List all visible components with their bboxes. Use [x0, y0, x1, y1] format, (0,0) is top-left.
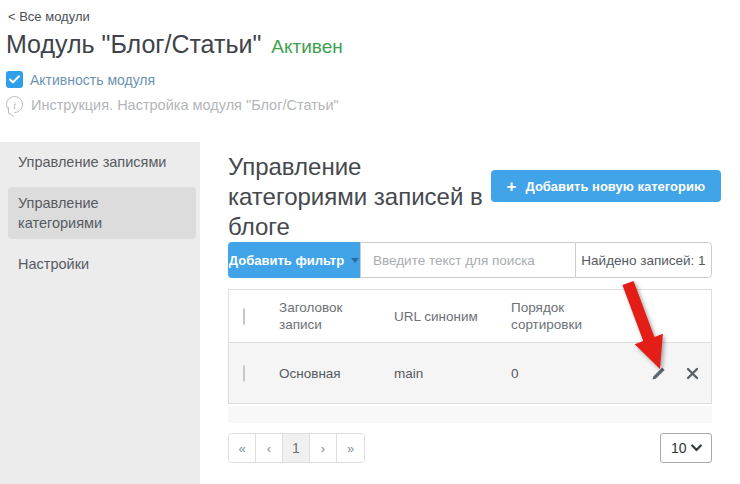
add-filter-label: Добавить фильтр — [229, 253, 344, 268]
add-category-button[interactable]: + Добавить новую категорию — [491, 170, 721, 202]
column-header-sort: Порядок сортировки — [511, 299, 631, 333]
edit-row-button[interactable] — [651, 365, 667, 381]
plus-icon: + — [507, 178, 517, 195]
delete-x-icon — [686, 367, 699, 380]
column-header-title: Заголовок записи — [279, 299, 394, 333]
pagination-prev-button[interactable]: ‹ — [256, 434, 283, 462]
table-header-row: Заголовок записи URL синоним Порядок сор… — [229, 290, 711, 342]
page-size-value: 10 — [671, 440, 687, 456]
pagination-first-button[interactable]: « — [229, 434, 256, 462]
add-filter-button[interactable]: Добавить фильтр — [228, 242, 360, 278]
module-active-label: Активность модуля — [30, 72, 155, 88]
instruction-text: Инструкция. Настройка модуля "Блог/Стать… — [31, 97, 339, 113]
row-title: Основная — [279, 366, 394, 381]
table-footer-strip — [228, 406, 712, 423]
categories-table: Заголовок записи URL синоним Порядок сор… — [228, 289, 712, 404]
pencil-icon — [651, 365, 667, 381]
row-sort: 0 — [511, 366, 631, 381]
row-checkbox[interactable] — [243, 365, 245, 382]
module-active-toggle[interactable]: Активность модуля — [6, 71, 155, 88]
back-to-modules-link[interactable]: < Все модули — [8, 9, 90, 24]
module-settings-page: < Все модули Модуль "Блог/Статьи"Активен… — [0, 0, 740, 484]
caret-down-icon — [351, 258, 359, 263]
sidebar: Управление записями Управление категория… — [0, 142, 200, 484]
sidebar-item-settings[interactable]: Настройки — [8, 247, 196, 281]
row-url: main — [394, 366, 511, 381]
page-title: Модуль "Блог/Статьи"Активен — [6, 30, 343, 59]
bottom-bar: « ‹ 1 › » 10 — [228, 433, 712, 463]
pagination: « ‹ 1 › » — [228, 433, 365, 463]
delete-row-button[interactable] — [686, 367, 699, 380]
sidebar-item-records[interactable]: Управление записями — [8, 145, 196, 179]
filter-bar: Добавить фильтр Найдено записей: 1 — [228, 242, 712, 278]
sidebar-item-categories[interactable]: Управление категориями — [8, 187, 196, 239]
content-area: Управление категориями записей в блоге +… — [200, 142, 740, 484]
instruction-link[interactable]: i Инструкция. Настройка модуля "Блог/Ста… — [6, 96, 339, 113]
pagination-next-button[interactable]: › — [310, 434, 337, 462]
column-header-url: URL синоним — [394, 308, 511, 325]
select-all-checkbox[interactable] — [243, 308, 245, 325]
status-badge: Активен — [271, 36, 342, 57]
page-size-select[interactable]: 10 — [660, 433, 712, 463]
chevron-down-icon — [691, 444, 702, 452]
add-category-label: Добавить новую категорию — [525, 179, 705, 194]
section-heading: Управление категориями записей в блоге — [228, 152, 500, 242]
table-row: Основная main 0 — [229, 342, 711, 403]
info-circle-icon: i — [6, 96, 23, 113]
module-active-checkbox[interactable] — [6, 71, 23, 88]
search-input[interactable] — [360, 242, 575, 278]
pagination-last-button[interactable]: » — [337, 434, 364, 462]
module-title-text: Модуль "Блог/Статьи" — [6, 30, 261, 58]
checkmark-icon — [9, 75, 20, 84]
pagination-page-1[interactable]: 1 — [283, 434, 310, 462]
records-found-count: Найдено записей: 1 — [575, 242, 712, 278]
